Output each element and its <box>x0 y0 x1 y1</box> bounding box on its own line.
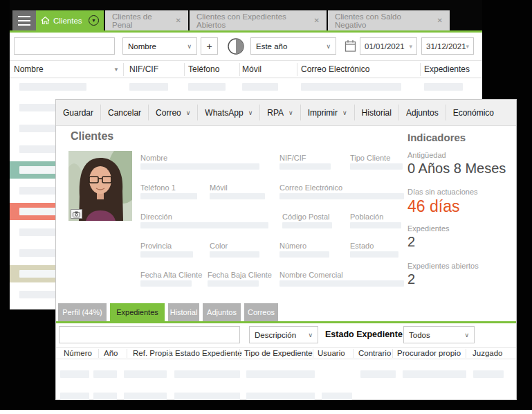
indicator-label: Expedientes abiertos <box>407 262 479 270</box>
economico-button[interactable]: Económico <box>446 100 501 125</box>
column-header-estado-expediente[interactable]: Estado Expediente <box>175 349 242 357</box>
client-photo <box>68 151 132 221</box>
field-correo[interactable]: Correo Electrónico <box>279 181 342 193</box>
indicator-value-antiguedad: 0 Años 8 Meses <box>407 161 506 177</box>
indicator-label: Expedientes <box>407 224 450 233</box>
detail-subtab-bar: Perfil (44%) Expedientes Historial Adjun… <box>58 303 282 321</box>
field-codigo-postal[interactable]: Código Postal <box>282 210 330 222</box>
chevron-down-icon: ∨ <box>248 109 253 116</box>
column-header-ano[interactable]: Año <box>104 349 118 357</box>
guardar-button[interactable]: Guardar <box>56 100 100 125</box>
search-field-select[interactable]: Nombre ∨ <box>122 37 197 55</box>
imprimir-button[interactable]: Imprimir∨ <box>301 100 354 125</box>
field-direccion[interactable]: Dirección <box>140 210 172 222</box>
period-select[interactable]: Este año ∨ <box>250 37 336 55</box>
indicators-title: Indicadores <box>407 132 466 143</box>
cancelar-button[interactable]: Cancelar <box>101 100 148 125</box>
dropdown-arrow-icon: ▾ <box>466 43 470 50</box>
contrast-toggle-icon[interactable] <box>226 37 246 56</box>
subtab-perfil[interactable]: Perfil (44%) <box>58 303 107 321</box>
tab-dropdown-icon[interactable]: ▼ <box>89 15 99 26</box>
chevron-down-icon: ∨ <box>464 332 469 339</box>
column-header-nif[interactable]: NIF/CIF <box>129 64 158 74</box>
indicator-value-expedientes: 2 <box>407 234 415 250</box>
field-numero[interactable]: Número <box>279 239 306 251</box>
indicator-value-dias-sin-actuaciones: 46 días <box>407 197 459 216</box>
estado-expediente-select[interactable]: Todos ∨ <box>403 326 475 343</box>
detail-toolbar: Guardar Cancelar Correo∨ WhatsApp∨ RPA∨ … <box>56 100 516 126</box>
window-title-bar: Clientes ▼ Clientes de Penal ✕ Clientes … <box>10 0 482 30</box>
accent-divider <box>56 321 516 323</box>
table-row[interactable] <box>10 78 482 96</box>
correo-button[interactable]: Correo∨ <box>149 100 197 125</box>
date-from-field[interactable]: 01/01/2021 ▾ <box>360 37 417 55</box>
column-header-tipo-expediente[interactable]: Tipo de Expediente <box>244 349 313 357</box>
field-nif[interactable]: NIF/CIF <box>279 151 306 163</box>
close-icon[interactable]: ✕ <box>176 17 181 24</box>
historial-button[interactable]: Historial <box>355 100 398 125</box>
close-icon[interactable]: ✕ <box>314 17 320 24</box>
camera-icon[interactable] <box>71 209 82 219</box>
rpa-button[interactable]: RPA∨ <box>260 100 300 125</box>
subtab-expedientes[interactable]: Expedientes <box>110 303 165 321</box>
field-tipo-cliente[interactable]: Tipo Cliente <box>350 151 390 163</box>
column-header-movil[interactable]: Móvil <box>242 64 262 74</box>
tab-clientes-expedientes-abiertos[interactable]: Clientes con Expedientes Abiertos ✕ <box>190 10 327 30</box>
chevron-down-icon: ∨ <box>326 43 331 50</box>
main-tab-bar: Clientes ▼ Clientes de Penal ✕ Clientes … <box>36 10 450 30</box>
tab-label: Clientes de Penal <box>112 12 169 29</box>
subtab-historial[interactable]: Historial <box>168 303 199 321</box>
indicator-label: Días sin actuaciones <box>407 188 478 196</box>
chevron-down-icon: ∨ <box>186 109 191 116</box>
field-nombre-comercial[interactable]: Nombre Comercial <box>279 268 343 280</box>
field-fecha-baja[interactable]: Fecha Baja Cliente <box>208 268 272 280</box>
column-header-juzgado[interactable]: Juzgado <box>473 349 502 357</box>
column-header-expedientes[interactable]: Expedientes <box>424 64 470 74</box>
client-detail-window: Guardar Cancelar Correo∨ WhatsApp∨ RPA∨ … <box>55 99 517 400</box>
subtab-adjuntos[interactable]: Adjuntos <box>203 303 241 321</box>
chevron-down-icon: ∨ <box>187 43 192 50</box>
field-poblacion[interactable]: Población <box>350 210 383 222</box>
indicator-label: Antigüedad <box>407 151 446 159</box>
tab-clientes-saldo-negativo[interactable]: Clientes con Saldo Negativo ✕ <box>328 10 450 30</box>
field-nombre[interactable]: Nombre <box>140 151 167 163</box>
search-input[interactable] <box>14 37 115 55</box>
calendar-icon[interactable] <box>345 39 356 53</box>
subtab-correos[interactable]: Correos <box>244 303 278 321</box>
tab-clientes-de-penal[interactable]: Clientes de Penal ✕ <box>105 10 188 30</box>
chevron-down-icon: ∨ <box>308 332 313 339</box>
column-header-nombre[interactable]: Nombre <box>14 64 44 74</box>
column-header-contrario[interactable]: Contrario <box>358 349 391 357</box>
adjuntos-button[interactable]: Adjuntos <box>399 100 446 125</box>
date-to-field[interactable]: 31/12/2021 ▾ <box>421 37 474 55</box>
column-header-correo[interactable]: Correo Electrónico <box>301 64 369 74</box>
column-header-usuario[interactable]: Usuario <box>318 349 345 357</box>
close-icon[interactable]: ✕ <box>437 17 443 24</box>
field-estado[interactable]: Estado <box>350 239 374 251</box>
menu-hamburger-button[interactable] <box>12 10 36 30</box>
field-color[interactable]: Color <box>210 239 228 251</box>
home-icon <box>41 16 50 25</box>
indicator-value-expedientes-abiertos: 2 <box>407 271 415 287</box>
estado-expediente-label: Estado Expediente <box>325 330 403 339</box>
tab-clientes-active[interactable]: Clientes ▼ <box>36 10 104 30</box>
clients-filter-bar: Nombre ∨ + Este año ∨ 01/01/2021 ▾ 31/12… <box>10 33 482 61</box>
column-header-procurador[interactable]: Procurador propio <box>397 349 461 357</box>
field-movil[interactable]: Móvil <box>210 181 228 193</box>
expedientes-search-input[interactable] <box>59 326 240 343</box>
column-header-telefono[interactable]: Teléfono <box>188 64 219 74</box>
field-provincia[interactable]: Provincia <box>140 239 172 251</box>
column-header-numero[interactable]: Número <box>64 349 92 357</box>
expedientes-column-select[interactable]: Descripción ∨ <box>249 326 318 343</box>
sort-desc-icon[interactable]: ▼ <box>113 66 119 73</box>
chevron-down-icon: ∨ <box>288 109 293 116</box>
field-telefono1[interactable]: Teléfono 1 <box>140 181 176 193</box>
tab-label: Clientes con Saldo Negativo <box>335 12 430 29</box>
add-filter-button[interactable]: + <box>201 37 218 55</box>
whatsapp-button[interactable]: WhatsApp∨ <box>198 100 259 125</box>
clients-table-header: Nombre ▼ NIF/CIF Teléfono Móvil Correo E… <box>10 61 482 78</box>
tab-label: Clientes <box>53 17 82 25</box>
column-header-ref-propia[interactable]: Ref. Propia <box>133 349 173 357</box>
field-fecha-alta[interactable]: Fecha Alta Cliente <box>140 268 202 280</box>
page-title: Clientes <box>71 130 113 143</box>
